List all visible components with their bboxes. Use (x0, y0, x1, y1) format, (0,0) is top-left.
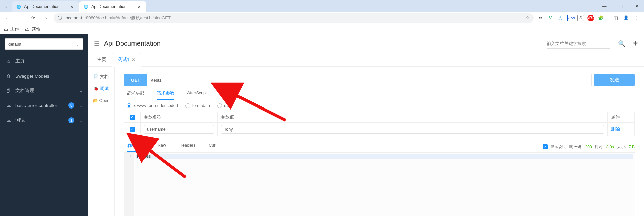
endpoint-path: /test1 (147, 74, 592, 86)
line-gutter: 1 (124, 153, 134, 216)
resptab-body[interactable]: 响应内容 (127, 143, 144, 151)
tab-label: 主页 (97, 57, 106, 63)
tab-home[interactable]: 主页 (91, 53, 112, 66)
folder-icon: 🗀 (25, 27, 30, 32)
show-desc-checkbox[interactable]: ✓ (543, 144, 548, 149)
bookmarks-bar: 🗀工作 🗀其他 (0, 24, 644, 34)
param-name-input[interactable] (144, 125, 214, 134)
params-table: ✓ 参数名称 参数值 操作 ✓ 删除 (124, 112, 635, 136)
cloud-icon: ☁ (6, 118, 11, 123)
reload-icon[interactable]: ⟳ (28, 13, 38, 23)
sidebar-item-test[interactable]: ☁ 测试 1 ⌄ (0, 113, 88, 128)
select-all-checkbox[interactable]: ✓ (130, 115, 135, 120)
back-icon[interactable]: ← (3, 13, 12, 23)
row-checkbox[interactable]: ✓ (130, 127, 135, 132)
code-label: 响应码: (569, 144, 582, 150)
bookmark-label: 工作 (10, 26, 19, 32)
show-desc-label: 显示说明 (550, 144, 567, 150)
request-subtabs: 请求头部 请求参数 AfterScript (124, 89, 635, 100)
radio-raw[interactable]: raw (217, 103, 231, 108)
radio-label: x-www-form-urlencoded (133, 103, 178, 108)
side-panel-icon[interactable]: ◫ (612, 15, 619, 21)
param-value-input[interactable] (221, 125, 604, 134)
vtab-open[interactable]: 📂Open (88, 95, 114, 107)
profile-icon[interactable]: 👤 (623, 15, 629, 21)
api-group-select[interactable]: default ⌄ (5, 38, 83, 50)
sidebar-item-label: Swagger Models (15, 74, 49, 79)
home-icon[interactable]: ⌂ (41, 13, 50, 23)
vtab-doc[interactable]: 📄文档 (88, 71, 114, 83)
sidebar-item-basic-error-controller[interactable]: ☁ basic-error-controller 8 ⌄ (0, 98, 88, 113)
response-tabs-row: 响应内容 Raw Headers Curl ✓ 显示说明 响应码: 200 耗时… (124, 142, 635, 153)
reqtab-afterscript[interactable]: AfterScript (187, 91, 207, 100)
radio-label: form-data (192, 103, 210, 108)
lang-toggle[interactable]: 中 (633, 41, 638, 47)
col-ops: 操作 (608, 112, 635, 123)
extension-target-icon[interactable]: ◎ (557, 15, 564, 21)
radio-urlencoded[interactable]: x-www-form-urlencoded (127, 103, 178, 108)
tab-title: Api Documentation (24, 4, 66, 9)
url-field[interactable]: ⓘ localhost:8080/doc.html#/default/测试/te… (54, 13, 534, 23)
tab-test1[interactable]: 测试1 ✕ (112, 53, 141, 67)
doc-icon: 📄 (94, 74, 99, 79)
extension-new-icon[interactable]: New (567, 15, 574, 21)
bookmark-folder[interactable]: 🗀工作 (4, 26, 19, 32)
collapse-sidebar-icon[interactable]: ☰ (94, 40, 99, 47)
count-badge: 8 (68, 102, 74, 109)
sidebar-item-home[interactable]: ⌂ 主页 (0, 54, 88, 69)
browser-tab[interactable]: 🌐 Api Documentation ✕ (12, 1, 79, 12)
tab-label: 测试1 (118, 57, 130, 63)
more-menu-icon[interactable]: ⋮ (633, 15, 639, 21)
close-tab-icon[interactable]: ✕ (69, 4, 75, 10)
extension-s-icon[interactable]: S (577, 15, 584, 21)
select-value: default (8, 42, 21, 47)
star-icon[interactable]: ☆ (526, 15, 530, 20)
radio-formdata[interactable]: form-data (185, 103, 210, 108)
resptab-headers[interactable]: Headers (179, 143, 195, 151)
delete-param-link[interactable]: 删除 (611, 127, 620, 132)
bookmark-folder[interactable]: 🗀其他 (25, 26, 40, 32)
sidebar-item-label: 测试 (15, 117, 25, 123)
abp-extension-icon[interactable]: ABP (587, 15, 594, 21)
site-info-icon[interactable]: ⓘ (58, 15, 62, 21)
maximize-icon[interactable]: ▢ (616, 4, 625, 9)
minimize-icon[interactable]: — (600, 4, 609, 9)
forward-icon[interactable]: → (15, 13, 25, 23)
tabs-menu-caret[interactable]: ⌄ (1, 1, 11, 11)
page-title: Api Documentation (104, 40, 161, 47)
browser-tab-strip: ⌄ 🌐 Api Documentation ✕ 🌐 Api Documentat… (0, 0, 644, 12)
search-icon[interactable]: 🔍 (618, 40, 625, 47)
extensions-menu-icon[interactable]: 🧩 (597, 15, 604, 21)
response-meta: ✓ 显示说明 响应码: 200 耗时: 8.0s 大小: 7 B (543, 144, 635, 150)
globe-icon: 🌐 (16, 4, 21, 9)
send-button[interactable]: 发送 (594, 74, 635, 86)
sidebar-item-swagger-models[interactable]: ✿ Swagger Models (0, 69, 88, 83)
search-input[interactable] (547, 39, 610, 49)
sidebar-item-label: 文档管理 (15, 88, 34, 94)
url-host: localhost (65, 15, 82, 20)
vtab-label: 文档 (100, 74, 109, 80)
address-bar: ← → ⟳ ⌂ ⓘ localhost:8080/doc.html#/defau… (0, 12, 644, 24)
close-tab-icon[interactable]: ✕ (132, 57, 135, 62)
resptab-curl[interactable]: Curl (209, 143, 216, 151)
response-body: 1 success (124, 153, 635, 216)
chevron-down-icon: ⌄ (79, 103, 83, 108)
close-window-icon[interactable]: ✕ (632, 4, 641, 9)
resptab-raw[interactable]: Raw (158, 143, 166, 151)
chevron-down-icon: ⌄ (79, 89, 83, 93)
close-tab-icon[interactable]: ✕ (136, 4, 142, 10)
new-tab-button[interactable]: ＋ (148, 1, 158, 11)
vtab-debug[interactable]: 🐞调试 (88, 83, 114, 95)
reqtab-params[interactable]: 请求参数 (157, 91, 174, 100)
sidebar-item-doc-manage[interactable]: 🗐 文档管理 ⌄ (0, 83, 88, 98)
radio-label: raw (224, 103, 231, 108)
chevron-down-icon: ⌄ (76, 42, 79, 47)
sidebar: default ⌄ ⌂ 主页 ✿ Swagger Models 🗐 文档管理 ⌄… (0, 34, 88, 216)
main-area: ☰ Api Documentation 🔍 中 主页 测试1 ✕ 📄文档 🐞调试… (88, 34, 644, 216)
extension-icon[interactable]: ▪▪ (537, 15, 544, 21)
gear-icon: ✿ (6, 73, 11, 79)
reqtab-headers[interactable]: 请求头部 (127, 91, 144, 100)
url-path: :8080/doc.html#/default/测试/test1UsingGET (85, 15, 171, 21)
browser-tab[interactable]: 🌐 Api Documentation ✕ (79, 1, 146, 12)
vue-devtools-icon[interactable]: V (547, 15, 554, 21)
